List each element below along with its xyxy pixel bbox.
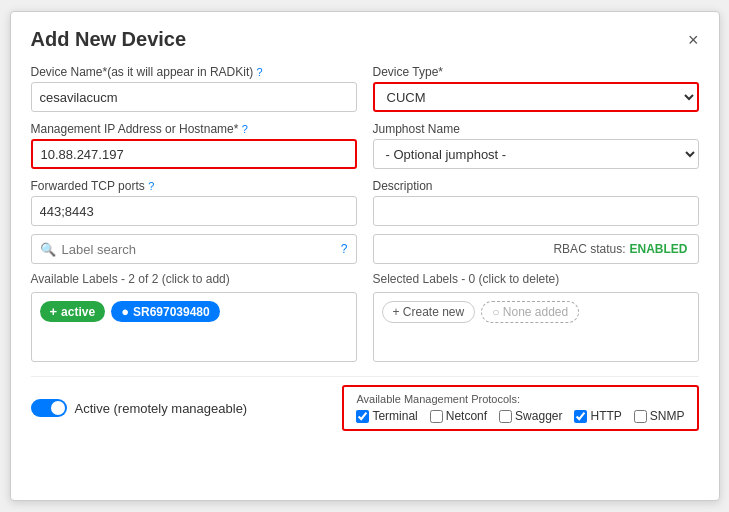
labels-left: Available Labels - 2 of 2 (click to add)… <box>31 272 357 362</box>
footer-row: Active (remotely manageable) Available M… <box>31 376 699 431</box>
selected-labels-area: + Create new ○ None added <box>373 292 699 362</box>
label-search-right: RBAC status: ENABLED <box>373 234 699 264</box>
protocols-list: Terminal Netconf Swagger HTTP SNMP <box>356 409 684 423</box>
close-button[interactable]: × <box>688 31 699 49</box>
labels-row: Available Labels - 2 of 2 (click to add)… <box>31 272 699 362</box>
toggle-knob <box>51 401 65 415</box>
device-name-group: Device Name*(as it will appear in RADKit… <box>31 65 357 112</box>
protocol-snmp: SNMP <box>634 409 685 423</box>
protocols-title: Available Management Protocols: <box>356 393 684 405</box>
create-new-button[interactable]: + Create new <box>382 301 476 323</box>
protocol-terminal-checkbox[interactable] <box>356 410 369 423</box>
form-grid: Device Name*(as it will appear in RADKit… <box>31 65 699 226</box>
search-icon: 🔍 <box>40 242 56 257</box>
device-name-label: Device Name*(as it will appear in RADKit… <box>31 65 357 79</box>
protocol-netconf-checkbox[interactable] <box>430 410 443 423</box>
forwarded-ports-input[interactable] <box>31 196 357 226</box>
dialog-title: Add New Device <box>31 28 187 51</box>
label-sr697039480[interactable]: ●SR697039480 <box>111 301 220 322</box>
device-name-help[interactable]: ? <box>257 66 263 78</box>
rbac-status-box: RBAC status: ENABLED <box>373 234 699 264</box>
jumphost-select[interactable]: - Optional jumphost - <box>373 139 699 169</box>
none-added-badge: ○ None added <box>481 301 579 323</box>
active-toggle-switch[interactable] <box>31 399 67 417</box>
description-input[interactable] <box>373 196 699 226</box>
labels-right: Selected Labels - 0 (click to delete) + … <box>373 272 699 362</box>
mgmt-ip-input[interactable] <box>31 139 357 169</box>
plus-icon: + <box>50 304 58 319</box>
rbac-prefix: RBAC status: <box>553 242 625 256</box>
protocol-http-label: HTTP <box>590 409 621 423</box>
protocol-swagger: Swagger <box>499 409 562 423</box>
label-search-left: 🔍 ? <box>31 234 357 264</box>
forwarded-help[interactable]: ? <box>148 180 154 192</box>
jumphost-group: Jumphost Name - Optional jumphost - <box>373 122 699 169</box>
selected-labels-title: Selected Labels - 0 (click to delete) <box>373 272 699 286</box>
protocols-box: Available Management Protocols: Terminal… <box>342 385 698 431</box>
protocol-snmp-checkbox[interactable] <box>634 410 647 423</box>
available-labels-area: +active ●SR697039480 <box>31 292 357 362</box>
add-new-device-dialog: Add New Device × Device Name*(as it will… <box>10 11 720 501</box>
protocol-terminal-label: Terminal <box>372 409 417 423</box>
label-active[interactable]: +active <box>40 301 106 322</box>
mgmt-ip-label: Management IP Address or Hostname* ? <box>31 122 357 136</box>
protocol-http: HTTP <box>574 409 621 423</box>
available-labels-title: Available Labels - 2 of 2 (click to add) <box>31 272 357 286</box>
protocol-swagger-checkbox[interactable] <box>499 410 512 423</box>
description-group: Description <box>373 179 699 226</box>
mgmt-ip-group: Management IP Address or Hostname* ? <box>31 122 357 169</box>
device-type-select[interactable]: CUCM IOS NX-OS ASA <box>373 82 699 112</box>
mgmt-ip-help[interactable]: ? <box>242 123 248 135</box>
protocol-swagger-label: Swagger <box>515 409 562 423</box>
label-search-row: 🔍 ? RBAC status: ENABLED <box>31 234 699 264</box>
active-toggle: Active (remotely manageable) <box>31 399 248 417</box>
device-type-label: Device Type* <box>373 65 699 79</box>
description-label: Description <box>373 179 699 193</box>
active-label: Active (remotely manageable) <box>75 401 248 416</box>
device-type-group: Device Type* CUCM IOS NX-OS ASA <box>373 65 699 112</box>
search-box: 🔍 ? <box>31 234 357 264</box>
label-search-help[interactable]: ? <box>341 242 348 256</box>
protocol-netconf: Netconf <box>430 409 487 423</box>
dialog-header: Add New Device × <box>31 28 699 51</box>
label-search-input[interactable] <box>62 242 335 257</box>
device-name-input[interactable] <box>31 82 357 112</box>
jumphost-label: Jumphost Name <box>373 122 699 136</box>
protocol-netconf-label: Netconf <box>446 409 487 423</box>
forwarded-ports-label: Forwarded TCP ports ? <box>31 179 357 193</box>
protocol-http-checkbox[interactable] <box>574 410 587 423</box>
rbac-status-value: ENABLED <box>629 242 687 256</box>
protocol-snmp-label: SNMP <box>650 409 685 423</box>
bullet-icon: ● <box>121 304 129 319</box>
forwarded-ports-group: Forwarded TCP ports ? <box>31 179 357 226</box>
protocol-terminal: Terminal <box>356 409 417 423</box>
